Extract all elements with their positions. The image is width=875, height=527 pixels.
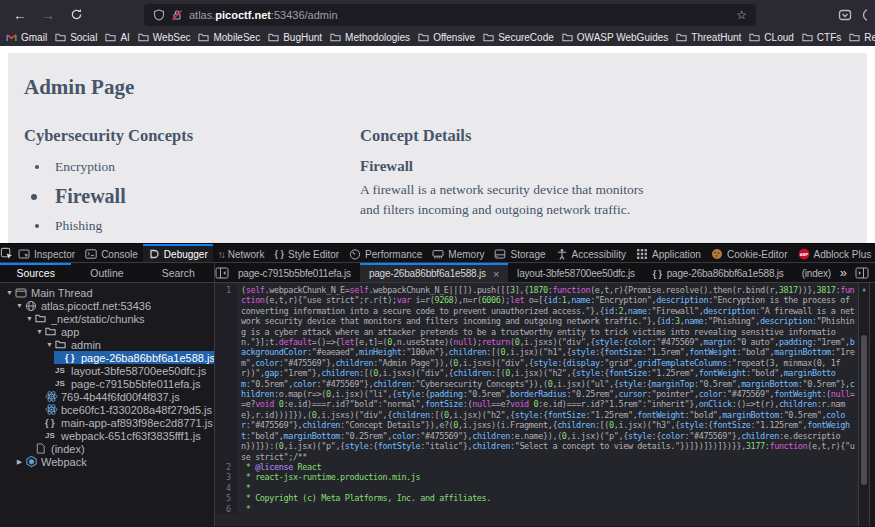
tree-item-main-app-af893f98ec2d8771-js[interactable]: { }main-app-af893f98ec2d8771.js xyxy=(0,416,214,429)
tree-item-main-thread[interactable]: ▼Main Thread xyxy=(0,286,214,299)
devtools-tab-cookie-editor[interactable]: Cookie-Editor xyxy=(706,244,793,262)
bookmark-item-ai[interactable]: AI xyxy=(105,32,129,43)
folder-icon xyxy=(105,32,116,43)
line-number[interactable]: 5 xyxy=(215,493,237,503)
devtools-tab-performance[interactable]: Performance xyxy=(344,244,427,262)
devtools-tab-inspector[interactable]: Inspector xyxy=(13,244,80,262)
insecure-lock-icon[interactable] xyxy=(171,9,183,21)
more-tabs-icon[interactable]: » xyxy=(840,265,847,280)
bookmark-item-owasp-webguides[interactable]: OWASP WebGuides xyxy=(562,32,669,43)
code-line[interactable]: 3 * react-jsx-runtime.production.min.js xyxy=(215,472,858,482)
code-line[interactable]: 4 * xyxy=(215,483,858,493)
devtools-tab-storage[interactable]: Storage xyxy=(489,244,550,262)
tree-caret-icon[interactable]: ▼ xyxy=(4,289,15,296)
tree-item-bce60fc1-f330208a48f279d5-js[interactable]: bce60fc1-f330208a48f279d5.js xyxy=(0,403,214,416)
tree-item-next-static-chunks[interactable]: ▼_next/static/chunks xyxy=(0,312,214,325)
tree-caret-icon[interactable]: ▼ xyxy=(44,341,55,348)
back-button[interactable]: ← xyxy=(8,4,32,26)
line-number[interactable]: 1 xyxy=(215,285,237,462)
concept-item-firewall[interactable]: Firewall xyxy=(50,180,360,213)
close-tab-icon[interactable]: × xyxy=(493,268,499,280)
bookmark-item-mobilesec[interactable]: MobileSec xyxy=(198,32,260,43)
bookmark-item-websec[interactable]: WebSec xyxy=(138,32,191,43)
devtools-tab-memory[interactable]: Memory xyxy=(427,244,489,262)
panel-tab-sources[interactable]: Sources xyxy=(0,263,71,282)
source-tabs-end: » xyxy=(840,263,875,282)
pocket-icon[interactable] xyxy=(838,8,852,22)
tree-item-atlas-picoctf-net-53436[interactable]: ▼atlas.picoctf.net:53436 xyxy=(0,299,214,312)
devtools-tab-network[interactable]: ↑↓Network xyxy=(213,244,270,262)
bookmark-item-gmail[interactable]: Gmail xyxy=(6,32,47,43)
pick-element-button[interactable] xyxy=(0,244,13,262)
scrollbar-thumb[interactable] xyxy=(861,335,867,485)
detail-description: A firewall is a network security device … xyxy=(360,180,664,219)
source-tab[interactable]: (index) xyxy=(793,263,840,282)
tree-item-app[interactable]: ▼app xyxy=(0,325,214,338)
panel-tab-search[interactable]: Search xyxy=(143,263,214,282)
tree-item-label: main-app-af893f98ec2d8771.js xyxy=(60,417,213,429)
tree-item-index[interactable]: (index) xyxy=(0,442,214,455)
tree-item-admin[interactable]: ▼admin xyxy=(0,338,214,351)
devtools-tab-console[interactable]: Console xyxy=(80,244,143,262)
line-number[interactable]: 2 xyxy=(215,462,237,472)
cookie-icon xyxy=(711,248,723,260)
tree-caret-icon[interactable]: ▼ xyxy=(14,302,25,309)
code-line[interactable]: 6 * xyxy=(215,504,858,514)
devtools-tab-accessibility[interactable]: Accessibility xyxy=(551,244,631,262)
bookmark-item-threathunt[interactable]: ThreatHunt xyxy=(676,32,741,43)
code-line[interactable]: 2 * @license React xyxy=(215,462,858,472)
storage-icon xyxy=(494,248,506,260)
expand-panes-button[interactable] xyxy=(855,267,869,279)
bookmark-item-cloud[interactable]: CLoud xyxy=(749,32,793,43)
bookmark-item-social[interactable]: Social xyxy=(55,32,97,43)
bookmark-item-bughunt[interactable]: BugHunt xyxy=(268,32,322,43)
bookmark-item-securecode[interactable]: SecureCode xyxy=(483,32,554,43)
line-number[interactable]: 3 xyxy=(215,472,237,482)
devtools-tab-debugger[interactable]: Debugger xyxy=(143,244,213,262)
tree-item-webpack-651cf63f3835fff1-js[interactable]: JSwebpack-651cf63f3835fff1.js xyxy=(0,429,214,442)
tree-item-layout-3bfe58700ee50dfc-js[interactable]: JSlayout-3bfe58700ee50dfc.js xyxy=(0,364,214,377)
forward-button[interactable]: → xyxy=(36,4,60,26)
concept-item-encryption[interactable]: Encryption xyxy=(50,154,360,180)
source-tab[interactable]: { }page-26ba86bbf6a1e588.js xyxy=(644,263,793,282)
code-line[interactable]: 1(self.webpackChunk_N_E=self.webpackChun… xyxy=(215,285,858,462)
code-scrollbar[interactable]: ▲ xyxy=(858,283,869,526)
tree-item-769-4b44f6fd00f4f837-js[interactable]: 769-4b44f6fd00f4f837.js xyxy=(0,390,214,403)
reload-button[interactable] xyxy=(64,4,88,26)
devtools-tab-style-editor[interactable]: { }Style Editor xyxy=(269,244,344,262)
bookmark-item-offensive[interactable]: Offensive xyxy=(418,32,475,43)
devtools-second-row: SourcesOutlineSearch page-c7915b5bfe011e… xyxy=(0,263,875,283)
tree-item-label: page-26ba86bbf6a1e588.js xyxy=(80,352,215,364)
source-tab-label: page-26ba86bbf6a1e588.js xyxy=(369,268,486,279)
source-tab[interactable]: page-26ba86bbf6a1e588.js× xyxy=(360,263,508,282)
line-number[interactable]: 4 xyxy=(215,483,237,493)
source-tab[interactable]: layout-3bfe58700ee50dfc.js xyxy=(508,263,644,282)
code-line[interactable]: 5 * Copyright (c) Meta Platforms, Inc. a… xyxy=(215,493,858,503)
line-number[interactable]: 6 xyxy=(215,504,237,514)
tab-label: Style Editor xyxy=(288,249,339,260)
devtools-tab-application[interactable]: Application xyxy=(631,244,706,262)
tree-item-webpack[interactable]: ▶Webpack xyxy=(0,455,214,468)
devtools-tab-adblock-plus[interactable]: ABPAdblock Plus xyxy=(793,244,875,262)
bookmark-item-methodologies[interactable]: Methodologies xyxy=(330,32,410,43)
url-text[interactable]: atlas.picoctf.net:53436/admin xyxy=(189,9,338,21)
panel-tab-outline[interactable]: Outline xyxy=(71,263,142,282)
bookmark-star-icon[interactable]: ☆ xyxy=(736,8,747,22)
scrollbar-up-icon[interactable]: ▲ xyxy=(859,285,869,292)
concept-item-phishing[interactable]: Phishing xyxy=(50,213,360,239)
toolbar-overflow-icon[interactable] xyxy=(862,8,867,22)
url-bar[interactable]: atlas.picoctf.net:53436/admin ☆ xyxy=(144,4,756,26)
tree-caret-icon[interactable]: ▶ xyxy=(14,458,25,466)
braces-icon: { } xyxy=(653,269,662,279)
bookmark-item-reading-list[interactable]: Reading List xyxy=(849,32,875,43)
bookmark-item-ctfs[interactable]: CTFs xyxy=(802,32,841,43)
concepts-heading: Cybersecurity Concepts xyxy=(24,126,360,146)
tree-caret-icon[interactable]: ▼ xyxy=(34,328,45,335)
tree-caret-icon[interactable]: ▼ xyxy=(24,315,35,322)
tree-item-page-26ba86bbf6a1e588-js[interactable]: { }page-26ba86bbf6a1e588.js xyxy=(0,351,214,364)
toggle-sources-pane-button[interactable] xyxy=(215,263,229,282)
code-content[interactable]: 1(self.webpackChunk_N_E=self.webpackChun… xyxy=(215,283,858,526)
tree-item-page-c7915b5bfe011efa-js[interactable]: JSpage-c7915b5bfe011efa.js xyxy=(0,377,214,390)
source-tab[interactable]: page-c7915b5bfe011efa.js xyxy=(229,263,360,282)
tracking-shield-icon[interactable] xyxy=(153,9,165,21)
